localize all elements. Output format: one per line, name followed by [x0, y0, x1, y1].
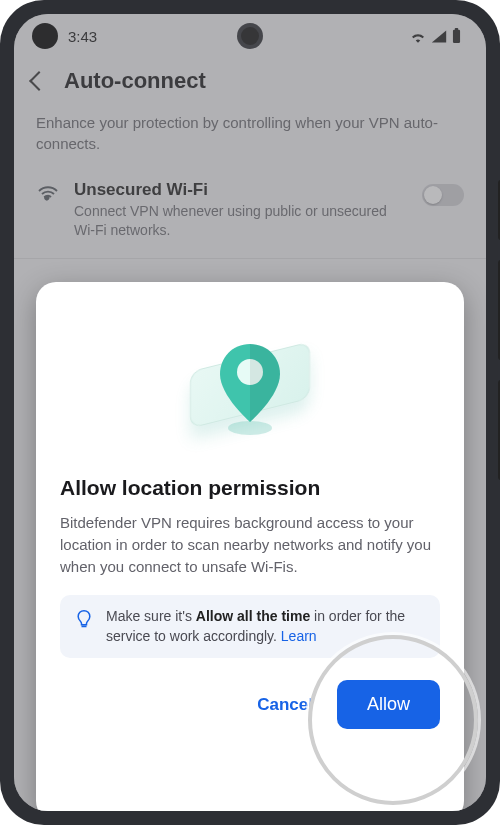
cancel-button[interactable]: Cancel — [243, 685, 327, 725]
svg-point-2 — [228, 421, 272, 435]
allow-button[interactable]: Allow — [337, 680, 440, 729]
tip-prefix: Make sure it's — [106, 608, 196, 624]
tip-bold: Allow all the time — [196, 608, 310, 624]
tip-box: Make sure it's Allow all the time in ord… — [60, 595, 440, 658]
location-pin-icon — [210, 338, 290, 438]
modal-body: Bitdefender VPN requires background acce… — [60, 512, 440, 577]
tip-learn-link[interactable]: Learn — [281, 628, 317, 644]
lightbulb-icon — [74, 609, 94, 646]
modal-title: Allow location permission — [60, 476, 440, 500]
device-frame: 3:43 Auto-connect Enhance your protectio… — [0, 0, 500, 825]
tip-text: Make sure it's Allow all the time in ord… — [106, 607, 426, 646]
screen: 3:43 Auto-connect Enhance your protectio… — [14, 14, 486, 811]
location-permission-modal: Allow location permission Bitdefender VP… — [36, 282, 464, 811]
modal-actions: Cancel Allow — [60, 680, 440, 729]
modal-illustration — [60, 300, 440, 470]
